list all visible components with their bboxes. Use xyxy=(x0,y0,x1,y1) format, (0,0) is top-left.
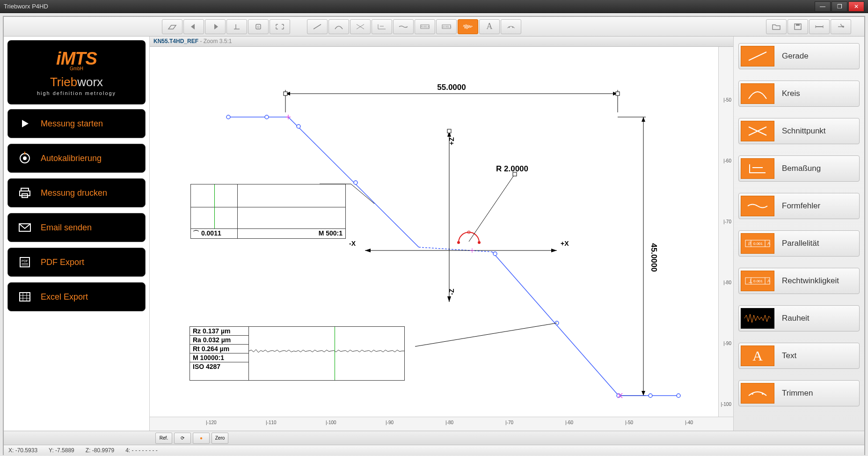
logo-subtitle: high definition metrology xyxy=(16,90,137,96)
dimension-tool[interactable] xyxy=(372,19,392,34)
svg-line-74 xyxy=(351,184,374,204)
minimize-button[interactable]: — xyxy=(815,1,831,12)
save-button[interactable] xyxy=(788,19,808,34)
forward-button[interactable] xyxy=(205,19,226,34)
svg-text:-X: -X xyxy=(349,240,356,247)
formerror-tool[interactable] xyxy=(393,19,414,34)
arc-icon xyxy=(741,83,774,104)
tool-schnittpunkt[interactable]: Schnittpunkt xyxy=(738,118,860,144)
status-y: -7.5889 xyxy=(55,447,74,454)
svg-text:-Z: -Z xyxy=(448,288,455,295)
svg-point-69 xyxy=(478,241,481,244)
close-button[interactable]: ✕ xyxy=(848,1,864,12)
ref-button[interactable]: Ref. xyxy=(155,433,172,444)
pdf-export-button[interactable]: PDF PDF Export xyxy=(7,248,146,277)
pdf-icon: PDF xyxy=(16,254,33,271)
svg-point-48 xyxy=(297,125,300,128)
status-z: -80.9979 xyxy=(92,447,114,454)
logo-triebworx: Triebworx xyxy=(16,75,137,89)
roughness-box: Rz 0.137 µm Ra 0.032 µm Rt 0.264 µm M 10… xyxy=(190,326,405,381)
excel-icon xyxy=(16,288,33,305)
top-toolbar: 0 //0.001 A ⊥0.001 A A xyxy=(4,17,864,37)
tool-parallelitaet[interactable]: //0.001AParallelität xyxy=(738,230,860,257)
radius-label: R 2.0000 xyxy=(496,164,528,173)
refresh-button[interactable]: ⟳ xyxy=(174,433,191,444)
tool-text[interactable]: AText xyxy=(738,343,860,369)
svg-point-53 xyxy=(649,394,652,397)
svg-point-47 xyxy=(265,115,269,119)
svg-rect-12 xyxy=(796,24,800,26)
dimension-icon xyxy=(741,158,774,179)
line-icon xyxy=(741,46,774,66)
svg-line-76 xyxy=(749,52,766,60)
vertical-ruler: |-50 |-60 |-70 |-80 |-90 |-100 xyxy=(718,47,733,417)
horizontal-ruler: |-120 |-110 |-100 |-90 |-80 |-70 |-60 |-… xyxy=(150,417,733,431)
tool-bemassung[interactable]: Bemaßung xyxy=(738,155,860,182)
tool-rauheit[interactable]: Rauheit xyxy=(738,305,860,331)
svg-point-92 xyxy=(762,393,764,395)
maximize-button[interactable]: ❐ xyxy=(832,1,847,12)
email-send-button[interactable]: Email senden xyxy=(7,213,146,242)
excel-export-button[interactable]: Excel Export xyxy=(7,282,146,311)
trim-icon xyxy=(741,383,774,404)
svg-point-46 xyxy=(226,115,230,119)
intersect-icon xyxy=(741,121,774,141)
autocalibration-button[interactable]: Autokalibrierung xyxy=(7,144,146,173)
logo-gmbh: GmbH xyxy=(16,66,137,71)
open-button[interactable] xyxy=(766,19,787,34)
parallel-icon: //0.001A xyxy=(741,233,774,254)
tool-rechtwinkligkeit[interactable]: ⊥0.001ARechtwinkligkeit xyxy=(738,268,860,294)
parallel-tool[interactable]: //0.001 A xyxy=(415,19,435,34)
probe-button[interactable]: ● xyxy=(193,433,210,444)
canvas-filename: KN55.T4HD_REF xyxy=(153,38,198,44)
play-icon xyxy=(16,115,33,132)
svg-point-16 xyxy=(842,26,844,28)
perpend-tool[interactable]: ⊥0.001 A xyxy=(436,19,457,34)
line-tool[interactable] xyxy=(307,19,328,34)
svg-text:A: A xyxy=(767,279,770,283)
svg-point-10 xyxy=(512,26,514,28)
zero-btm-button[interactable]: Zero xyxy=(212,433,228,444)
window-title: Triebworx P4HD xyxy=(4,3,814,10)
svg-rect-28 xyxy=(20,293,30,301)
tool-formfehler[interactable]: Formfehler xyxy=(738,193,860,219)
roughness-tool[interactable] xyxy=(458,19,478,34)
arc-tool[interactable] xyxy=(328,19,349,34)
text-tool[interactable]: A xyxy=(479,19,500,34)
fit-button[interactable] xyxy=(270,19,290,34)
svg-line-2 xyxy=(314,24,321,29)
perpendicular-button[interactable] xyxy=(226,19,247,34)
dim-vertical: 45.0000 xyxy=(649,243,658,272)
erase-button[interactable] xyxy=(162,19,182,34)
tool-gerade[interactable]: Gerade xyxy=(738,43,860,69)
svg-text:0: 0 xyxy=(257,25,260,29)
canvas-header: KN55.T4HD_REF - Zoom 3.5:1 xyxy=(150,37,733,47)
formfehler-box: ⌒ 0.0011 M 500:1 xyxy=(190,184,346,239)
svg-text:0.001: 0.001 xyxy=(753,242,763,246)
svg-text:A: A xyxy=(767,241,770,246)
titlebar: Triebworx P4HD — ❐ ✕ xyxy=(0,0,868,13)
trim-tool[interactable] xyxy=(501,19,521,34)
mail-icon xyxy=(16,219,33,236)
circle-icon xyxy=(16,150,33,167)
dim-horizontal: 55.0000 xyxy=(437,83,466,92)
zero-button[interactable]: 0 xyxy=(248,19,269,34)
intersect-tool[interactable] xyxy=(350,19,371,34)
start-measurement-button[interactable]: Messung starten xyxy=(7,109,146,138)
svg-text://: // xyxy=(748,241,751,246)
back-button[interactable] xyxy=(183,19,204,34)
svg-point-18 xyxy=(23,156,27,160)
svg-rect-36 xyxy=(284,92,287,96)
svg-rect-37 xyxy=(616,92,620,96)
tool-kreis[interactable]: Kreis xyxy=(738,81,860,107)
tool-trimmen[interactable]: Trimmen xyxy=(738,380,860,406)
measure-button[interactable] xyxy=(809,19,830,34)
print-measurement-button[interactable]: Messung drucken xyxy=(7,178,146,207)
svg-line-75 xyxy=(415,323,557,346)
svg-point-91 xyxy=(751,393,753,395)
settings-button[interactable] xyxy=(831,19,851,34)
svg-text://0.001 A: //0.001 A xyxy=(420,25,430,28)
canvas-viewport[interactable]: 55.0000 45.0000 xyxy=(150,47,733,417)
status-x: -70.5933 xyxy=(15,447,37,454)
svg-text:⊥0.001 A: ⊥0.001 A xyxy=(442,25,452,28)
